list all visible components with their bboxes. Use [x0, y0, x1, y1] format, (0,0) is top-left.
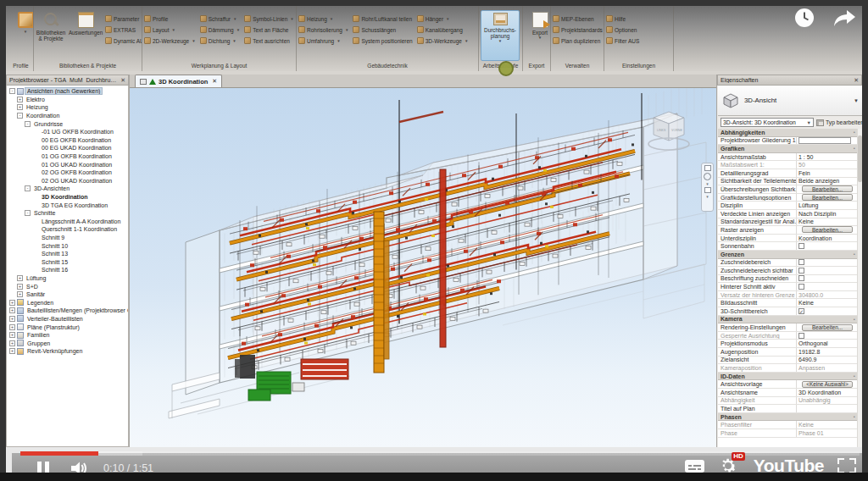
tree-item[interactable]: +Heizung — [7, 103, 128, 112]
property-value[interactable]: Orthogonal — [797, 340, 858, 347]
ribbon-item-rohrisolierung[interactable]: Rohrisolierung▼ — [298, 25, 348, 34]
property-value[interactable]: 6490.9 — [797, 357, 858, 364]
property-value[interactable]: Anpassen — [797, 364, 858, 372]
ribbon-button-auswertungen[interactable]: Auswertungen — [70, 10, 101, 61]
property-value[interactable]: <Keine Auswahl> — [797, 380, 858, 388]
property-edit-button[interactable]: Bearbeiten... — [802, 185, 853, 192]
chevron-down-icon[interactable]: ▼ — [854, 98, 859, 103]
view-cube[interactable]: LINKSVORNE — [643, 108, 695, 156]
property-value[interactable]: Koordination — [797, 235, 858, 242]
tree-item[interactable]: +Elektro — [7, 96, 128, 104]
checkbox[interactable] — [798, 268, 804, 274]
expander-icon[interactable]: + — [9, 307, 15, 313]
property-value[interactable]: ✓ — [797, 307, 858, 315]
tree-item[interactable]: 3D Koordination — [7, 193, 128, 202]
ribbon-item-h-nger[interactable]: Hänger▼ — [417, 14, 469, 23]
property-value[interactable]: 3D Koordination — [797, 389, 858, 396]
tree-item[interactable]: +Bauteillisten/Mengen (Projektbrowser Gl… — [7, 307, 128, 315]
expander-icon[interactable]: + — [17, 291, 23, 297]
ribbon-button-durchbruchs-[interactable]: Durchbruchs-planung▼ — [481, 10, 520, 61]
ribbon-item-heizung[interactable]: Heizung▼ — [298, 14, 348, 23]
tree-item[interactable]: 02 OG OKFB Koordination — [7, 169, 128, 177]
ribbon-button-export[interactable]: Export▼ — [525, 10, 551, 61]
expander-icon[interactable]: - — [9, 88, 15, 94]
property-value[interactable]: Bearbeiten... — [797, 185, 858, 193]
ribbon-item-rohr-luftkanal-teilen[interactable]: Rohr/Luftkanal teilen — [353, 14, 412, 23]
tree-item[interactable]: -Schnitte — [7, 209, 128, 218]
property-value[interactable]: Bearbeiten... — [797, 194, 858, 202]
pan-tool-icon[interactable] — [704, 187, 711, 193]
checkbox[interactable] — [798, 284, 804, 290]
tree-item[interactable]: +Sanitär — [7, 290, 128, 299]
checkbox[interactable] — [798, 275, 804, 281]
expander-icon[interactable]: + — [17, 104, 23, 110]
navigation-toolbar[interactable]: ▾ ▾ — [701, 163, 714, 212]
ribbon-item-profile[interactable]: Profile — [144, 14, 196, 23]
property-value[interactable]: Keine — [797, 299, 858, 307]
property-value[interactable] — [797, 283, 858, 290]
properties-titlebar[interactable]: Eigenschaften ✕ — [717, 75, 862, 86]
tree-item[interactable]: Schnitt 10 — [7, 241, 128, 250]
tree-item[interactable]: Schnitt 13 — [7, 250, 128, 258]
expander-icon[interactable]: + — [9, 324, 15, 330]
property-value[interactable]: Lüftung — [797, 202, 858, 209]
tree-item[interactable]: Querschnitt 1-1 Koordination — [7, 225, 128, 234]
property-value[interactable]: Keine — [797, 421, 858, 428]
tree-item[interactable]: +Familien — [7, 331, 128, 340]
ribbon-button-bibliotheken[interactable]: Bibliotheken& Projekte — [36, 10, 66, 61]
tree-item[interactable]: +S+D — [7, 282, 128, 290]
tree-item[interactable]: 01 OG UKAD Koordination — [7, 160, 128, 169]
ribbon-item-mep-ebenen[interactable]: MEP-Ebenen — [553, 14, 603, 23]
property-edit-button[interactable]: Bearbeiten... — [802, 194, 853, 201]
ribbon-item-plan-duplizieren[interactable]: Plan duplizieren — [553, 36, 603, 45]
expander-icon[interactable]: - — [25, 185, 31, 191]
tree-item[interactable]: +Lüftung — [7, 274, 128, 283]
property-value[interactable] — [797, 259, 858, 267]
expander-icon[interactable]: + — [17, 284, 23, 290]
property-edit-button[interactable]: <Keine Auswahl> — [802, 381, 853, 388]
ribbon-item-system-positionieren[interactable]: System positionieren — [353, 36, 412, 45]
captions-button[interactable] — [685, 460, 704, 473]
nav-tool-icon[interactable] — [704, 165, 711, 171]
tree-item[interactable]: Schnitt 16 — [7, 266, 128, 274]
ribbon-item-optionen[interactable]: Optionen — [606, 25, 639, 34]
ribbon-item-2d-werkzeuge[interactable]: 2D-Werkzeuge▼ — [144, 36, 196, 45]
expander-icon[interactable]: + — [9, 332, 15, 338]
ribbon-item-projektstandards[interactable]: Projektstandards — [553, 25, 603, 34]
property-value[interactable]: 19182.8 — [797, 348, 858, 356]
property-value[interactable]: Unabhängig — [797, 397, 858, 405]
tree-item[interactable]: -Koordination — [7, 112, 128, 120]
tab-3d-koordination[interactable]: 3D Koordination ✕ — [135, 75, 222, 87]
section-header-abh-ngigkeiten[interactable]: Abhängigkeiten▪ — [718, 129, 858, 137]
tree-item[interactable]: -Grundrisse — [7, 119, 128, 128]
property-value[interactable]: 1 : 50 — [797, 153, 858, 161]
volume-button[interactable] — [70, 461, 90, 473]
checkbox[interactable]: ✓ — [798, 308, 804, 314]
tree-item[interactable]: Schnitt 15 — [7, 257, 128, 266]
property-value[interactable]: Nach Disziplin — [797, 210, 858, 218]
section-header-id-daten[interactable]: ID-Daten▪ — [718, 373, 858, 381]
project-browser-titlebar[interactable]: Projektbrowser - TGA_MuM_Durchbruchsanga… — [6, 75, 129, 86]
expander-icon[interactable]: + — [9, 348, 15, 354]
tree-item[interactable]: +Revit-Verknüpfungen — [7, 347, 128, 356]
tree-item[interactable]: -01 UG OKFB Koordination — [7, 128, 128, 136]
fullscreen-button[interactable] — [837, 458, 856, 473]
property-value[interactable]: Beide anzeigen — [797, 178, 858, 185]
property-value[interactable]: Keine — [797, 218, 858, 226]
property-value[interactable]: Bearbeiten... — [797, 323, 858, 331]
ribbon-item-schussl-ngen[interactable]: Schusslängen — [353, 25, 412, 34]
property-edit-button[interactable]: Bearbeiten... — [802, 324, 853, 331]
tree-item[interactable]: 01 OG OKFB Koordination — [7, 152, 128, 161]
expander-icon[interactable]: + — [9, 300, 15, 306]
ribbon-button-profile[interactable]: ▼ — [10, 10, 34, 61]
property-value[interactable] — [797, 405, 858, 412]
settings-button[interactable]: HD — [718, 456, 740, 473]
properties-scrollbar[interactable] — [857, 129, 862, 447]
close-icon[interactable]: ✕ — [120, 77, 125, 84]
nav-arrow-icon2[interactable]: ▾ — [706, 195, 709, 198]
property-input[interactable] — [798, 137, 851, 144]
ribbon-item-layout[interactable]: Layout▼ — [144, 25, 196, 34]
ribbon-item-3d-werkzeuge[interactable]: 3D-Werkzeuge▼ — [417, 36, 469, 45]
expander-icon[interactable]: - — [25, 210, 31, 216]
expander-icon[interactable]: - — [25, 121, 31, 127]
